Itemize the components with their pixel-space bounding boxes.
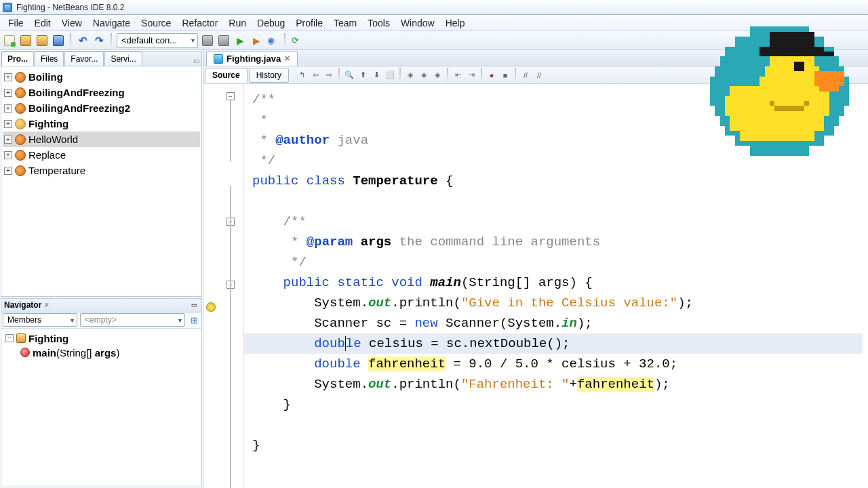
uncomment-icon[interactable]: // [533, 69, 545, 81]
toggle-bookmark-icon[interactable]: ◈ [431, 69, 443, 81]
svg-rect-10 [750, 146, 810, 156]
java-file-icon [214, 54, 223, 64]
menu-debug[interactable]: Debug [252, 16, 290, 30]
app-icon [3, 3, 12, 12]
profile-icon[interactable]: ◉ [266, 34, 279, 47]
expand-icon[interactable]: + [4, 73, 12, 81]
method-icon [20, 348, 30, 357]
tab-projects[interactable]: Pro... [1, 52, 34, 66]
collapse-icon[interactable]: − [5, 334, 14, 342]
close-tab-icon[interactable]: ✕ [284, 54, 290, 63]
history-view-tab[interactable]: History [249, 68, 289, 83]
tab-files[interactable]: Files [35, 52, 64, 66]
prev-bookmark-icon[interactable]: ◈ [404, 69, 416, 81]
fold-icon[interactable]: − [226, 92, 235, 100]
project-node-selected[interactable]: +HelloWorld [3, 131, 200, 147]
macro-record-icon[interactable]: ● [486, 69, 498, 81]
projects-tree[interactable]: +Boiling +BoilingAndFreezing +BoilingAnd… [1, 66, 201, 296]
new-project-icon[interactable] [19, 34, 33, 47]
save-all-icon[interactable] [52, 34, 65, 47]
svg-rect-24 [774, 106, 804, 110]
duck-logo [703, 22, 856, 161]
menu-run[interactable]: Run [223, 16, 252, 30]
menu-help[interactable]: Help [440, 16, 471, 30]
lightbulb-icon[interactable] [206, 302, 216, 312]
svg-rect-25 [770, 101, 774, 106]
menu-refactor[interactable]: Refactor [176, 16, 223, 30]
last-edit-icon[interactable]: ↰ [296, 69, 308, 81]
forward-icon[interactable]: ⇨ [323, 69, 335, 81]
svg-rect-15 [765, 66, 820, 77]
toolbar-separator [70, 33, 71, 48]
toolbar-separator [284, 33, 285, 48]
comment-icon[interactable]: // [519, 69, 532, 81]
build-icon[interactable] [201, 34, 214, 47]
expand-icon[interactable]: + [4, 104, 12, 113]
config-dropdown[interactable]: <default con... [117, 33, 198, 48]
next-bookmark-icon[interactable]: ◈ [418, 69, 430, 81]
tab-favorites[interactable]: Favor... [64, 52, 104, 66]
navigator-title: Navigator [4, 300, 41, 310]
svg-rect-13 [814, 52, 834, 56]
project-node[interactable]: +Replace [3, 147, 200, 163]
project-icon [15, 165, 26, 176]
members-dropdown[interactable]: Members [3, 313, 77, 327]
navigator-tree[interactable]: − Fighting main(String[] args) [1, 329, 201, 487]
clean-build-icon[interactable] [217, 34, 231, 47]
undo-icon[interactable]: ↶ [76, 34, 90, 47]
expand-icon[interactable]: + [4, 167, 12, 175]
project-node[interactable]: +Temperature [3, 163, 200, 178]
minimize-panel-icon[interactable]: ▭ [189, 300, 199, 310]
menu-navigate[interactable]: Navigate [87, 16, 136, 30]
shift-right-icon[interactable]: ⇥ [465, 69, 477, 81]
project-icon [15, 72, 26, 83]
expand-icon[interactable]: + [4, 89, 12, 97]
class-node[interactable]: − Fighting [4, 331, 199, 346]
project-icon [15, 87, 26, 98]
project-node[interactable]: +BoilingAndFreezing2 [3, 100, 200, 116]
minimize-panel-icon[interactable]: ▭ [191, 55, 201, 66]
shift-left-icon[interactable]: ⇤ [452, 69, 464, 81]
window-title: Fighting - NetBeans IDE 8.0.2 [16, 3, 124, 12]
editor-tab-fighting[interactable]: Fighting.java ✕ [206, 51, 298, 66]
macro-stop-icon[interactable]: ■ [499, 69, 511, 81]
project-node[interactable]: +Boiling [3, 69, 200, 85]
toggle-highlight-icon[interactable]: ⬜ [384, 69, 396, 81]
svg-rect-19 [730, 116, 824, 131]
svg-rect-20 [740, 131, 814, 141]
filter-icon[interactable]: ⊞ [188, 314, 200, 326]
expand-icon[interactable]: + [4, 120, 12, 128]
project-node[interactable]: +Fighting [3, 116, 200, 131]
svg-rect-14 [770, 56, 814, 66]
find-selection-icon[interactable]: 🔍 [343, 69, 355, 81]
class-icon [16, 333, 26, 343]
svg-rect-26 [804, 101, 809, 106]
navigator-panel: Navigator✕▭ Members <empty> ⊞ − Fighting… [1, 298, 202, 487]
menu-tools[interactable]: Tools [362, 16, 395, 30]
expand-icon[interactable]: + [4, 136, 12, 144]
source-view-tab[interactable]: Source [205, 68, 248, 83]
new-file-icon[interactable] [3, 34, 16, 47]
menu-profile[interactable]: Profile [290, 16, 328, 30]
open-project-icon[interactable] [35, 34, 49, 47]
menu-window[interactable]: Window [395, 16, 440, 30]
close-icon[interactable]: ✕ [44, 302, 50, 308]
expand-icon[interactable]: + [4, 151, 12, 159]
project-node[interactable]: +BoilingAndFreezing [3, 85, 200, 100]
tab-services[interactable]: Servi... [104, 52, 142, 66]
method-node[interactable]: main(String[] args) [4, 346, 199, 360]
attach-debugger-icon[interactable]: ⟳ [290, 34, 304, 47]
menu-team[interactable]: Team [328, 16, 362, 30]
find-next-icon[interactable]: ⬇ [370, 69, 382, 81]
menu-edit[interactable]: Edit [29, 16, 56, 30]
menu-source[interactable]: Source [136, 16, 176, 30]
find-prev-icon[interactable]: ⬆ [357, 69, 369, 81]
filter-dropdown[interactable]: <empty> [80, 313, 185, 327]
back-icon[interactable]: ⇦ [309, 69, 321, 81]
run-icon[interactable]: ▶ [233, 34, 247, 47]
debug-icon[interactable]: ▶ [250, 34, 263, 47]
redo-icon[interactable]: ↷ [92, 34, 106, 47]
menu-view[interactable]: View [56, 16, 87, 30]
gutter[interactable]: − − − [203, 84, 244, 488]
menu-file[interactable]: File [3, 16, 29, 30]
